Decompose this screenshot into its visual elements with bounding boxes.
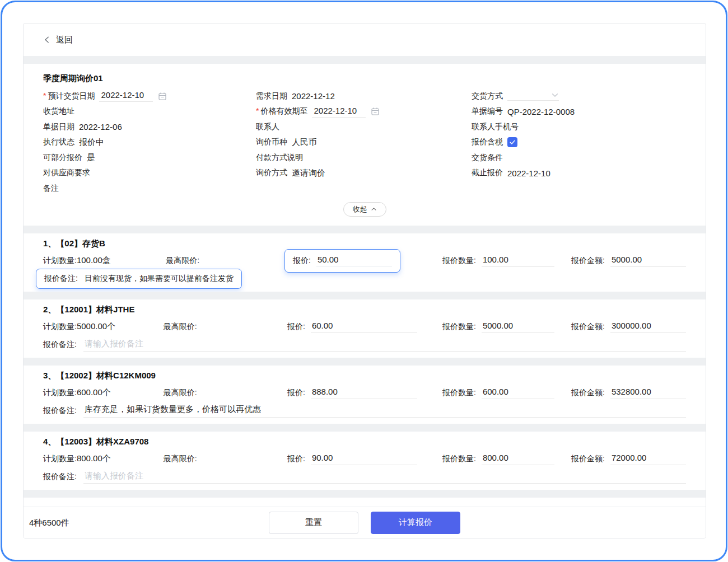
top-bar: 返回 [24, 24, 706, 56]
calculate-quote-button[interactable]: 计算报价 [371, 512, 460, 534]
max-price-label: 最高限价: [166, 256, 199, 265]
quote-amount-field: 报价金额: [571, 452, 686, 465]
item-remark-row: 报价备注: 目前没有现货，如果需要可以提前备注发货 [43, 271, 686, 287]
field-demand-date: 需求日期 2022-12-12 [256, 88, 472, 104]
delivery-method-select[interactable] [507, 91, 559, 101]
field-delivery-method: 交货方式 [472, 88, 686, 104]
field-label: 付款方式说明 [256, 153, 303, 163]
quote-input[interactable] [311, 320, 417, 333]
checkmark-icon [509, 139, 516, 146]
field-label: 交货方式 [472, 91, 503, 101]
plan-quantity-value: 600.00个 [77, 387, 111, 398]
quote-input[interactable] [316, 254, 392, 267]
expected-delivery-date-input[interactable]: 2022-12-10 [99, 90, 153, 102]
field-delivery-terms: 交货条件 [472, 150, 686, 166]
section-divider [24, 56, 706, 64]
item-remark-row: 报价备注: [43, 469, 686, 485]
quote-quantity-input[interactable] [482, 320, 554, 333]
remark-input[interactable] [83, 338, 686, 352]
max-price-label: 最高限价: [164, 454, 197, 463]
quote-quantity-input[interactable] [482, 452, 554, 465]
quote-focus-box: 报价: [284, 249, 400, 273]
field-label: 可部分报价 [43, 153, 82, 163]
max-price-label: 最高限价: [164, 388, 197, 397]
max-price-label: 最高限价: [164, 322, 197, 331]
quote-input[interactable] [311, 452, 417, 465]
remark-input[interactable] [83, 470, 686, 484]
header-column-2: 需求日期 2022-12-12 价格有效期至 2022-12-10 联系人 [256, 88, 472, 196]
price-valid-until-input[interactable]: 2022-12-10 [312, 106, 366, 118]
field-label: 价格有效期至 [256, 106, 307, 116]
field-quote-deadline: 截止报价 2022-12-10 [472, 166, 686, 181]
field-document-number: 单据编号 QP-2022-12-0008 [472, 104, 686, 120]
tax-included-checkbox[interactable] [507, 137, 517, 147]
quote-amount-input[interactable] [610, 452, 686, 465]
quote-amount-input[interactable] [610, 386, 686, 399]
item-fields: 计划数量: 600.00个 最高限价: 报价: 报价数量: 报价金额: [43, 383, 686, 403]
field-label: 报价含税 [472, 137, 503, 147]
field-label: 单据日期 [43, 122, 74, 132]
field-supplier-requirements: 对供应商要求 [43, 166, 256, 181]
quote-quantity-field: 报价数量: [442, 254, 554, 267]
field-inquiry-currency: 询价币种 人民币 [256, 135, 472, 151]
remark-label: 报价备注: [43, 472, 77, 482]
item-title: 4、【12003】材料XZA9708 [43, 434, 686, 449]
item-fields: 计划数量: 5000.00个 最高限价: 报价: 报价数量: 报价金额: [43, 317, 686, 337]
remark-label: 报价备注: [43, 406, 77, 416]
item-title: 2、【12001】材料JTHE [43, 302, 686, 317]
item-remark-row: 报价备注: [43, 337, 686, 353]
section-divider [24, 490, 706, 498]
quote-label: 报价: [287, 322, 305, 332]
header-column-3: 交货方式 单据编号 QP-2022-12-0008 联系人手机号 [472, 88, 686, 196]
header-field-grid: 预计交货日期 2022-12-10 收货地址 单据日期 2022-12-06 [43, 88, 686, 196]
field-payment-method-note: 付款方式说明 [256, 150, 472, 166]
field-contact-phone: 联系人手机号 [472, 119, 686, 135]
field-document-date: 单据日期 2022-12-06 [43, 119, 256, 135]
field-inquiry-method: 询价方式 邀请询价 [256, 166, 472, 181]
quote-quantity-input[interactable] [482, 386, 554, 399]
plan-quantity-label: 计划数量: [43, 322, 77, 332]
calendar-icon[interactable] [371, 107, 380, 116]
inquiry-method-value: 邀请询价 [292, 168, 325, 179]
field-label: 联系人 [256, 122, 279, 132]
plan-quantity: 计划数量: 800.00个 [43, 453, 164, 464]
plan-quantity-value: 100.00盒 [77, 255, 111, 266]
quote-field: 报价: [287, 452, 417, 465]
quote-quantity-input[interactable] [482, 254, 554, 267]
quote-label: 报价: [287, 388, 305, 398]
remark-focus-box[interactable]: 报价备注: 目前没有现货，如果需要可以提前备注发货 [36, 269, 242, 289]
plan-quantity: 计划数量: 5000.00个 [43, 321, 164, 332]
calendar-icon[interactable] [158, 92, 167, 101]
remark-input[interactable] [83, 404, 686, 418]
inquiry-currency-value: 人民币 [292, 137, 317, 148]
execution-status-value: 报价中 [79, 137, 104, 148]
reset-button[interactable]: 重置 [269, 512, 358, 534]
quote-amount-input[interactable] [610, 254, 686, 267]
collapse-label: 收起 [353, 204, 367, 214]
quote-quantity-label: 报价数量: [442, 388, 476, 398]
field-notes: 备注 [43, 181, 256, 196]
field-receiving-address: 收货地址 [43, 104, 256, 120]
item-row-2: 2、【12001】材料JTHE 计划数量: 5000.00个 最高限价: 报价:… [24, 299, 706, 358]
field-execution-status: 执行状态 报价中 [43, 135, 256, 151]
collapse-button[interactable]: 收起 [343, 202, 386, 217]
quote-quantity-label: 报价数量: [442, 322, 476, 332]
quote-field: 报价: [292, 249, 417, 273]
quote-amount-field: 报价金额: [571, 254, 686, 267]
quote-input[interactable] [311, 386, 417, 399]
quote-label: 报价: [293, 256, 311, 266]
quote-amount-input[interactable] [610, 320, 686, 333]
quote-quantity-label: 报价数量: [442, 454, 476, 464]
document-date-value: 2022-12-06 [79, 122, 122, 132]
field-price-valid-until: 价格有效期至 2022-12-10 [256, 104, 472, 120]
field-label: 对供应商要求 [43, 168, 90, 178]
field-tax-included: 报价含税 [472, 135, 686, 151]
quote-deadline-value: 2022-12-10 [507, 168, 550, 178]
totals-summary: 4种6500件 [29, 517, 69, 528]
back-button[interactable]: 返回 [43, 35, 73, 45]
quote-quantity-field: 报价数量: [442, 320, 554, 333]
remark-label: 报价备注: [44, 274, 78, 284]
footer-bar: 4种6500件 重置 计算报价 [24, 507, 706, 538]
item-remark-row: 报价备注: [43, 403, 686, 419]
max-price: 最高限价: [164, 322, 287, 332]
